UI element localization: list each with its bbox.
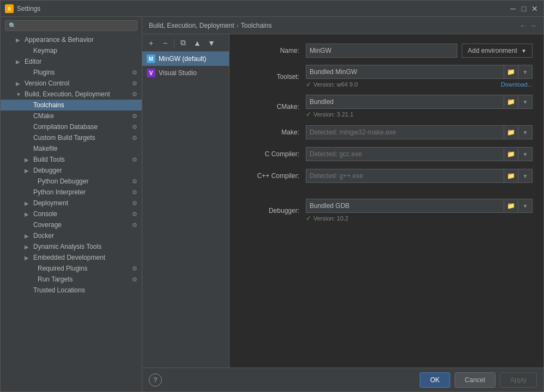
sidebar-item-docker[interactable]: ▶ Docker [1, 230, 142, 241]
sidebar-item-deployment[interactable]: ▶ Deployment ⚙ [1, 198, 142, 209]
c-compiler-folder-button[interactable]: 📁 [504, 147, 518, 161]
sidebar-item-keymap[interactable]: Keymap [1, 45, 142, 56]
sidebar-item-label: Custom Build Targets [33, 134, 95, 142]
c-compiler-dropdown-button[interactable]: ▼ [518, 147, 533, 161]
settings-badge-icon: ⚙ [132, 91, 137, 98]
sidebar-item-build-exec[interactable]: ▼ Build, Execution, Deployment ⚙ [1, 89, 142, 100]
copy-toolchain-button[interactable]: ⧉ [177, 36, 190, 50]
settings-badge-icon: ⚙ [132, 124, 137, 131]
sidebar-item-embedded-dev[interactable]: ▶ Embedded Development [1, 252, 142, 263]
debugger-input[interactable] [306, 199, 504, 213]
mingw-icon: M [147, 54, 155, 63]
sidebar-item-custom-build[interactable]: Custom Build Targets ⚙ [1, 132, 142, 143]
help-button[interactable]: ? [149, 373, 162, 387]
make-folder-button[interactable]: 📁 [504, 125, 518, 139]
sidebar-item-coverage[interactable]: Coverage ⚙ [1, 219, 142, 230]
settings-badge-icon: ⚙ [132, 80, 137, 87]
make-field-wrap: 📁 ▼ [306, 125, 533, 139]
remove-toolchain-button[interactable]: − [159, 36, 172, 50]
sidebar: 🔍 ▶ Appearance & Behavior Keymap ▶ Edito… [1, 17, 142, 391]
sidebar-item-appearance[interactable]: ▶ Appearance & Behavior [1, 34, 142, 45]
sidebar-item-makefile[interactable]: Makefile [1, 143, 142, 154]
sidebar-item-python-debugger[interactable]: Python Debugger ⚙ [1, 176, 142, 187]
search-box[interactable]: 🔍 [5, 20, 137, 31]
move-up-button[interactable]: ▲ [191, 36, 204, 50]
sidebar-item-label: Makefile [33, 145, 58, 152]
search-input[interactable] [19, 22, 134, 29]
debugger-dropdown-button[interactable]: ▼ [518, 199, 533, 213]
make-row: Make: 📁 ▼ [240, 125, 533, 140]
ok-button[interactable]: OK [420, 372, 450, 388]
cpp-compiler-dropdown-button[interactable]: ▼ [518, 169, 533, 183]
breadcrumb-parent: Build, Execution, Deployment [149, 22, 234, 29]
settings-badge-icon: ⚙ [132, 265, 137, 272]
apply-button[interactable]: Apply [500, 372, 537, 388]
c-compiler-input[interactable] [306, 147, 504, 161]
name-input[interactable] [306, 44, 457, 58]
c-compiler-label: C Compiler: [240, 150, 306, 158]
minimize-button[interactable]: ─ [509, 4, 517, 13]
sidebar-item-label: Python Interpreter [33, 188, 86, 196]
sidebar-item-label: Keymap [33, 47, 57, 54]
toolchain-item-label: Visual Studio [159, 69, 197, 77]
toolchain-item-vs[interactable]: V Visual Studio [142, 66, 229, 80]
sidebar-item-run-targets[interactable]: Run Targets ⚙ [1, 274, 142, 285]
toolset-folder-button[interactable]: 📁 [504, 65, 518, 79]
toolchain-list-panel: + − ⧉ ▲ ▼ M MinGW (default) V [142, 34, 229, 367]
sidebar-item-python-interpreter[interactable]: Python Interpreter ⚙ [1, 187, 142, 198]
make-dropdown-button[interactable]: ▼ [518, 125, 533, 139]
cpp-compiler-field-wrap: 📁 ▼ [306, 169, 533, 183]
sidebar-item-toolchains[interactable]: Toolchains [1, 100, 142, 111]
toolchain-items: M MinGW (default) V Visual Studio [142, 52, 229, 367]
settings-badge-icon: ⚙ [132, 211, 137, 218]
sidebar-item-required-plugins[interactable]: Required Plugins ⚙ [1, 263, 142, 274]
sidebar-item-editor[interactable]: ▶ Editor [1, 56, 142, 67]
nav-forward-button[interactable]: → [529, 21, 537, 30]
sidebar-item-plugins[interactable]: Plugins ⚙ [1, 67, 142, 78]
cmake-folder-button[interactable]: 📁 [504, 95, 518, 109]
settings-badge-icon: ⚙ [132, 222, 137, 229]
sidebar-item-console[interactable]: ▶ Console ⚙ [1, 209, 142, 219]
sidebar-item-version-control[interactable]: ▶ Version Control ⚙ [1, 78, 142, 89]
add-toolchain-button[interactable]: + [144, 36, 158, 50]
sidebar-item-label: Trusted Locations [33, 286, 85, 294]
close-button[interactable]: ✕ [530, 4, 539, 13]
sidebar-item-compilation-db[interactable]: Compilation Database ⚙ [1, 121, 142, 132]
sidebar-item-debugger[interactable]: ▶ Debugger [1, 165, 142, 176]
debugger-version-row: ✓ Version: 10.2 [306, 215, 533, 222]
toolset-dropdown-button[interactable]: ▼ [518, 65, 533, 79]
cmake-input[interactable] [306, 95, 504, 109]
settings-window: S Settings ─ □ ✕ 🔍 ▶ Appearance & Behavi… [0, 0, 544, 392]
cpp-compiler-folder-button[interactable]: 📁 [504, 169, 518, 183]
arrow-icon: ▶ [16, 37, 22, 43]
sidebar-item-label: Coverage [33, 221, 62, 229]
add-environment-button[interactable]: Add environment ▼ [462, 44, 533, 58]
debugger-folder-button[interactable]: 📁 [504, 199, 518, 213]
spacer [240, 190, 533, 199]
nav-back-button[interactable]: ← [519, 21, 527, 30]
arrow-icon: ▶ [25, 200, 31, 206]
cmake-label: CMake: [240, 103, 306, 111]
maximize-button[interactable]: □ [519, 4, 528, 13]
sidebar-item-trusted-locations[interactable]: Trusted Locations [1, 285, 142, 296]
toolset-row: Toolset: 📁 ▼ ✓ Version: w64 9.0 Download… [240, 65, 533, 88]
move-down-button[interactable]: ▼ [205, 36, 218, 50]
cpp-compiler-input[interactable] [306, 169, 504, 183]
toolset-input[interactable] [306, 65, 504, 79]
cancel-button[interactable]: Cancel [455, 372, 495, 388]
settings-badge-icon: ⚙ [132, 134, 137, 142]
make-input[interactable] [306, 125, 504, 139]
sidebar-item-cmake[interactable]: CMake ⚙ [1, 111, 142, 121]
cmake-input-row: 📁 ▼ [306, 95, 533, 109]
arrow-icon: ▶ [25, 157, 31, 163]
sidebar-item-label: Docker [33, 232, 54, 240]
sidebar-item-build-tools[interactable]: ▶ Build Tools ⚙ [1, 154, 142, 165]
arrow-icon: ▶ [25, 168, 31, 174]
content-area: 🔍 ▶ Appearance & Behavior Keymap ▶ Edito… [1, 17, 543, 391]
cmake-dropdown-button[interactable]: ▼ [518, 95, 533, 109]
toolchain-item-mingw[interactable]: M MinGW (default) [142, 52, 229, 66]
debugger-field-wrap: 📁 ▼ ✓ Version: 10.2 [306, 199, 533, 222]
sidebar-item-label: Dynamic Analysis Tools [33, 243, 101, 250]
sidebar-item-dynamic-analysis[interactable]: ▶ Dynamic Analysis Tools [1, 241, 142, 252]
toolset-download-link[interactable]: Download... [501, 81, 533, 88]
